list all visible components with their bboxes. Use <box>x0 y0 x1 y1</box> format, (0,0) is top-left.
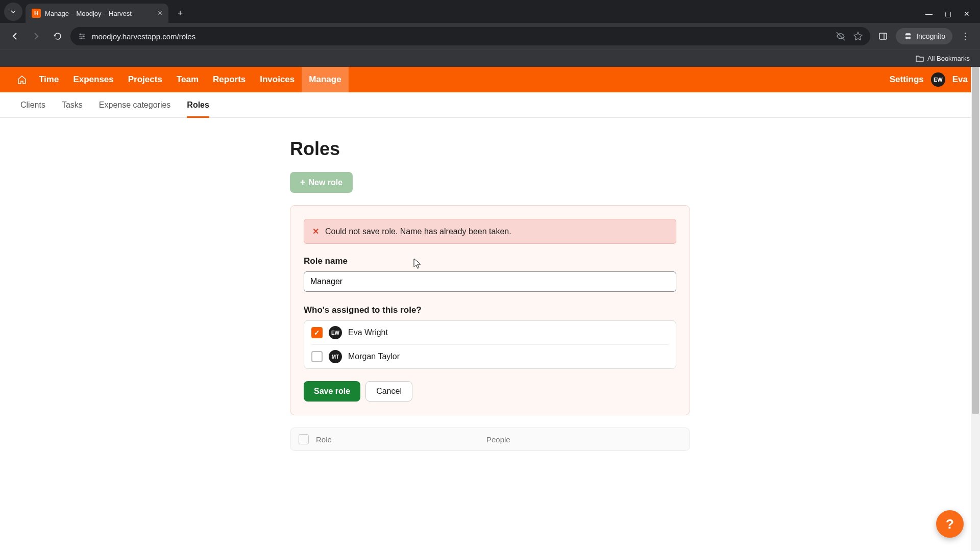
minimize-icon[interactable]: — <box>925 10 933 18</box>
close-window-icon[interactable]: ✕ <box>964 10 970 18</box>
tab-close-icon[interactable]: × <box>158 9 162 18</box>
forward-button[interactable] <box>28 28 45 45</box>
star-icon[interactable] <box>853 31 863 41</box>
column-people: People <box>486 435 681 444</box>
nav-invoices[interactable]: Invoices <box>253 67 302 92</box>
url-text: moodjoy.harvestapp.com/roles <box>92 32 830 41</box>
plus-icon: + <box>300 177 306 188</box>
folder-icon <box>915 54 924 63</box>
side-panel-icon[interactable] <box>874 28 892 45</box>
tab-favicon: H <box>32 9 41 18</box>
subnav-roles[interactable]: Roles <box>179 92 217 117</box>
nav-projects[interactable]: Projects <box>121 67 169 92</box>
subnav-tasks[interactable]: Tasks <box>54 92 91 117</box>
user-avatar[interactable]: EW <box>931 72 945 87</box>
nav-team[interactable]: Team <box>169 67 206 92</box>
tab-search-button[interactable] <box>4 3 22 21</box>
svg-rect-3 <box>879 33 887 39</box>
main-nav: Time Expenses Projects Team Reports Invo… <box>32 67 349 92</box>
select-all-checkbox[interactable] <box>299 434 309 444</box>
browser-toolbar: moodjoy.harvestapp.com/roles Incognito ⋮ <box>0 23 980 49</box>
eye-off-icon[interactable] <box>836 31 846 41</box>
svg-point-0 <box>80 34 82 35</box>
back-button[interactable] <box>6 28 23 45</box>
role-form-panel: ✕ Could not save role. Name has already … <box>290 205 690 415</box>
assign-label: Who's assigned to this role? <box>304 305 676 315</box>
assignee-checkbox[interactable] <box>311 351 323 362</box>
address-bar[interactable]: moodjoy.harvestapp.com/roles <box>70 27 870 45</box>
help-button[interactable]: ? <box>936 510 964 538</box>
roles-table: Role People <box>290 428 690 451</box>
browser-menu-icon[interactable]: ⋮ <box>957 31 974 42</box>
subnav-expense-categories[interactable]: Expense categories <box>91 92 179 117</box>
sub-nav: Clients Tasks Expense categories Roles <box>0 92 980 118</box>
nav-time[interactable]: Time <box>32 67 66 92</box>
incognito-badge[interactable]: Incognito <box>896 28 952 44</box>
incognito-label: Incognito <box>916 32 945 40</box>
role-name-input[interactable] <box>304 271 676 292</box>
app-header: Time Expenses Projects Team Reports Invo… <box>0 67 980 92</box>
all-bookmarks-link[interactable]: All Bookmarks <box>927 55 970 62</box>
maximize-icon[interactable]: ▢ <box>945 10 951 18</box>
table-header: Role People <box>290 428 690 450</box>
home-icon[interactable] <box>12 67 32 92</box>
assignee-name: Morgan Taylor <box>348 352 400 361</box>
browser-tab[interactable]: H Manage – Moodjoy – Harvest × <box>26 4 168 23</box>
scrollbar-track[interactable] <box>971 67 980 551</box>
error-x-icon: ✕ <box>312 227 319 236</box>
nav-expenses[interactable]: Expenses <box>66 67 120 92</box>
assignee-avatar: EW <box>329 326 342 339</box>
svg-point-1 <box>83 36 85 37</box>
assignee-name: Eva Wright <box>348 328 388 337</box>
nav-reports[interactable]: Reports <box>206 67 253 92</box>
user-name[interactable]: Eva <box>952 74 968 85</box>
browser-titlebar: H Manage – Moodjoy – Harvest × + — ▢ ✕ <box>0 0 980 23</box>
assignee-row[interactable]: MT Morgan Taylor <box>311 344 669 368</box>
save-role-button[interactable]: Save role <box>304 381 360 402</box>
page-title: Roles <box>290 138 690 160</box>
new-tab-button[interactable]: + <box>173 6 188 21</box>
svg-point-2 <box>81 38 82 39</box>
nav-manage[interactable]: Manage <box>302 67 348 92</box>
subnav-clients[interactable]: Clients <box>12 92 54 117</box>
incognito-icon <box>903 31 913 41</box>
reload-button[interactable] <box>49 28 66 45</box>
new-role-label: New role <box>309 178 343 187</box>
scrollbar-thumb[interactable] <box>972 67 979 414</box>
window-controls: — ▢ ✕ <box>925 10 980 23</box>
error-message: Could not save role. Name has already be… <box>325 227 511 236</box>
assignee-avatar: MT <box>329 350 342 363</box>
column-role: Role <box>316 435 479 444</box>
error-banner: ✕ Could not save role. Name has already … <box>304 219 676 244</box>
bookmarks-bar: All Bookmarks <box>0 49 980 67</box>
role-name-label: Role name <box>304 256 676 266</box>
assignee-list: EW Eva Wright MT Morgan Taylor <box>304 320 676 369</box>
settings-link[interactable]: Settings <box>890 74 924 85</box>
assignee-row[interactable]: EW Eva Wright <box>304 321 676 344</box>
tab-title: Manage – Moodjoy – Harvest <box>45 10 154 17</box>
site-settings-icon[interactable] <box>78 32 87 41</box>
assignee-checkbox[interactable] <box>311 327 323 338</box>
new-role-button[interactable]: + New role <box>290 172 353 193</box>
cancel-button[interactable]: Cancel <box>365 381 412 402</box>
